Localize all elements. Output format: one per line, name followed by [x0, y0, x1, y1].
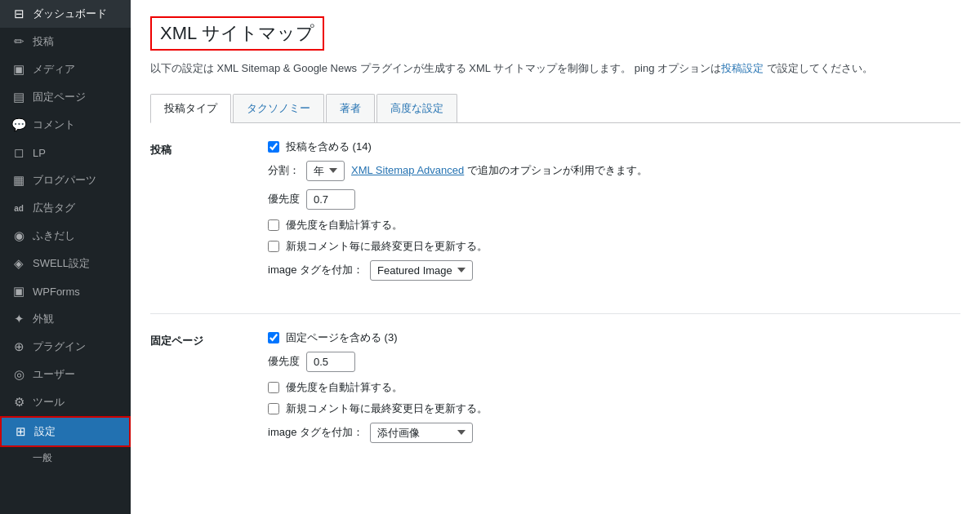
posts-priority-input[interactable]: 0.7	[306, 189, 355, 210]
posts-auto-priority-checkbox[interactable]	[268, 219, 279, 231]
posts-auto-priority-label: 優先度を自動計算する。	[286, 218, 403, 233]
page-title: XML サイトマップ	[160, 21, 314, 46]
sidebar-item-bubbles[interactable]: ◉ ふきだし	[0, 222, 131, 250]
sidebar-item-pages[interactable]: ▤ 固定ページ	[0, 83, 131, 111]
posts-section-label: 投稿	[150, 140, 248, 289]
sidebar-item-lp[interactable]: ◻ LP	[0, 139, 131, 166]
tab-author[interactable]: 著者	[326, 94, 375, 122]
sidebar-item-dashboard[interactable]: ⊟ ダッシュボード	[0, 0, 131, 28]
fixed-pages-auto-priority-checkbox[interactable]	[268, 382, 279, 393]
section-divider	[150, 313, 960, 314]
fixed-pages-auto-priority-row: 優先度を自動計算する。	[268, 380, 960, 395]
posts-image-tag-label: image タグを付加：	[268, 263, 363, 277]
fixed-pages-section: 固定ページ 固定ページを含める (3) 優先度 0.5	[150, 330, 960, 451]
fixed-pages-image-tag-label: image タグを付加：	[268, 425, 363, 440]
fixed-pages-update-comment-row: 新規コメント毎に最終変更日を更新する。	[268, 401, 960, 416]
fixed-pages-priority-row: 優先度 0.5	[268, 352, 960, 372]
tab-taxonomy[interactable]: タクソノミー	[233, 94, 324, 122]
posts-division-select[interactable]: 年 月 週 日	[306, 161, 345, 181]
fixed-pages-section-content: 固定ページを含める (3) 優先度 0.5 優先度を自動計算する。	[268, 330, 960, 451]
bubbles-icon: ◉	[11, 228, 26, 243]
description-text-before: 以下の設定は XML Sitemap & Google News プラグインが生…	[150, 62, 721, 74]
fixed-pages-image-tag-select[interactable]: 添付画像 Featured Image なし	[370, 423, 473, 443]
sidebar-item-blog-parts[interactable]: ▦ ブログパーツ	[0, 166, 131, 194]
fixed-pages-update-comment-label: 新規コメント毎に最終変更日を更新する。	[286, 401, 488, 416]
sidebar-item-media[interactable]: ▣ メディア	[0, 55, 131, 83]
post-settings-link[interactable]: 投稿設定	[721, 62, 764, 74]
sidebar-item-plugins[interactable]: ⊕ プラグイン	[0, 333, 131, 361]
posts-update-comment-label: 新規コメント毎に最終変更日を更新する。	[286, 239, 488, 254]
tabs-container: 投稿タイプ タクソノミー 著者 高度な設定	[150, 94, 960, 123]
posts-include-label: 投稿を含める (14)	[286, 140, 372, 154]
content-area: XML サイトマップ 以下の設定は XML Sitemap & Google N…	[131, 0, 980, 514]
posts-priority-row: 優先度 0.7	[268, 189, 960, 210]
sidebar-item-comments[interactable]: 💬 コメント	[0, 111, 131, 139]
sidebar-item-label: ダッシュボード	[33, 7, 107, 21]
main-content: XML サイトマップ 以下の設定は XML Sitemap & Google N…	[131, 0, 980, 514]
sidebar-item-label: 投稿	[33, 34, 54, 49]
advanced-link[interactable]: XML Sitemap Advanced	[351, 164, 464, 176]
sidebar-item-posts[interactable]: ✏ 投稿	[0, 28, 131, 55]
sidebar-item-appearance[interactable]: ✦ 外観	[0, 305, 131, 333]
posts-section: 投稿 投稿を含める (14) 分割： 年 月 週 日	[150, 140, 960, 289]
sidebar-item-label: 外観	[33, 312, 54, 326]
fixed-pages-priority-label: 優先度	[268, 354, 300, 369]
sidebar-item-ads[interactable]: ad 広告タグ	[0, 194, 131, 222]
posts-auto-priority-row: 優先度を自動計算する。	[268, 218, 960, 233]
sidebar-item-label: ふきだし	[33, 228, 75, 243]
fixed-pages-auto-priority-label: 優先度を自動計算する。	[286, 380, 403, 395]
fixed-pages-section-row: 固定ページ 固定ページを含める (3) 優先度 0.5	[150, 330, 960, 451]
sidebar-sub-item-general[interactable]: 一般	[0, 447, 131, 469]
sidebar-item-label: ツール	[33, 395, 65, 410]
posts-image-tag-row: image タグを付加： Featured Image 添付画像 なし	[268, 260, 960, 281]
blog-parts-icon: ▦	[11, 173, 26, 188]
posts-update-comment-row: 新規コメント毎に最終変更日を更新する。	[268, 239, 960, 254]
sidebar-item-wpforms[interactable]: ▣ WPForms	[0, 277, 131, 305]
settings-icon: ⊞	[13, 424, 28, 439]
sidebar-item-label: SWELL設定	[33, 256, 90, 271]
media-icon: ▣	[11, 62, 26, 77]
posts-update-comment-checkbox[interactable]	[268, 241, 279, 252]
posts-include-row: 投稿を含める (14)	[268, 140, 960, 154]
sidebar-item-label: メディア	[33, 62, 75, 77]
lp-icon: ◻	[11, 145, 26, 160]
sidebar-item-label: LP	[33, 147, 46, 159]
tools-icon: ⚙	[11, 395, 26, 410]
posts-include-checkbox[interactable]	[268, 141, 279, 153]
fixed-pages-image-tag-row: image タグを付加： 添付画像 Featured Image なし	[268, 423, 960, 443]
posts-section-content: 投稿を含める (14) 分割： 年 月 週 日 XML Sitemap Adva…	[268, 140, 960, 289]
plugins-icon: ⊕	[11, 339, 26, 354]
posts-division-label: 分割：	[268, 163, 300, 178]
sidebar-item-label: 固定ページ	[33, 90, 86, 104]
sidebar-item-tools[interactable]: ⚙ ツール	[0, 388, 131, 416]
dashboard-icon: ⊟	[11, 7, 26, 21]
fixed-pages-include-row: 固定ページを含める (3)	[268, 330, 960, 345]
comments-icon: 💬	[11, 117, 26, 132]
tab-post-type[interactable]: 投稿タイプ	[150, 94, 231, 123]
posts-image-tag-select[interactable]: Featured Image 添付画像 なし	[370, 260, 473, 281]
advanced-link-suffix: で追加のオプションが利用できます。	[464, 164, 648, 176]
fixed-pages-priority-input[interactable]: 0.5	[306, 352, 355, 372]
appearance-icon: ✦	[11, 312, 26, 326]
sidebar-item-settings[interactable]: ⊞ 設定	[0, 416, 131, 447]
sidebar-item-users[interactable]: ◎ ユーザー	[0, 361, 131, 388]
wpforms-icon: ▣	[11, 284, 26, 299]
sidebar-item-label: WPForms	[33, 286, 80, 298]
ads-icon: ad	[11, 204, 26, 213]
sidebar-item-label: コメント	[33, 117, 75, 132]
tab-advanced[interactable]: 高度な設定	[376, 94, 457, 122]
posts-division-row: 分割： 年 月 週 日 XML Sitemap Advanced で追加のオプシ…	[268, 161, 960, 181]
fixed-pages-update-comment-checkbox[interactable]	[268, 403, 279, 414]
description-text-after: で設定してください。	[764, 62, 873, 74]
page-description: 以下の設定は XML Sitemap & Google News プラグインが生…	[150, 60, 960, 78]
sidebar-item-swell[interactable]: ◈ SWELL設定	[0, 250, 131, 277]
fixed-pages-include-checkbox[interactable]	[268, 332, 279, 343]
sidebar-sub-item-label: 一般	[33, 451, 52, 465]
posts-section-row: 投稿 投稿を含める (14) 分割： 年 月 週 日	[150, 140, 960, 289]
advanced-link-wrapper: XML Sitemap Advanced で追加のオプションが利用できます。	[351, 163, 648, 178]
sidebar: ⊟ ダッシュボード ✏ 投稿 ▣ メディア ▤ 固定ページ 💬 コメント ◻ L…	[0, 0, 131, 514]
fixed-pages-include-label: 固定ページを含める (3)	[286, 330, 398, 345]
sidebar-item-label: ユーザー	[33, 367, 75, 382]
page-title-box: XML サイトマップ	[150, 16, 324, 51]
sidebar-item-label: 設定	[34, 424, 56, 439]
